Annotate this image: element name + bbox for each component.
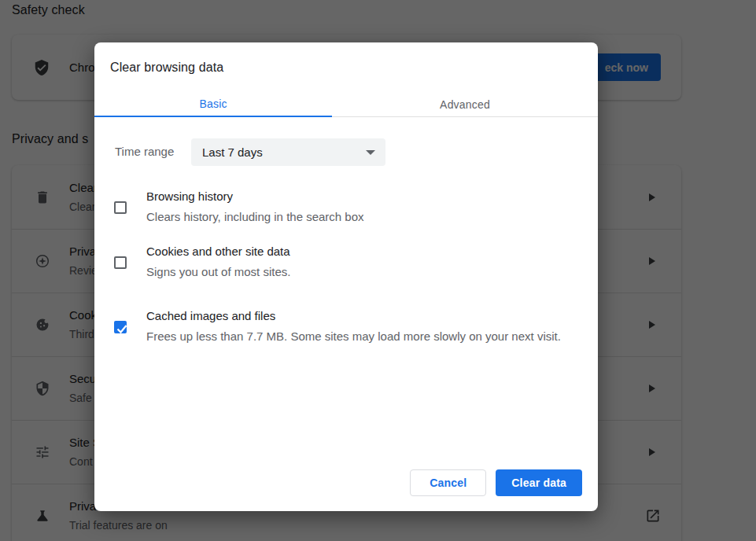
checkbox-title: Cookies and other site data [146, 244, 290, 259]
cookies-checkbox[interactable] [114, 256, 127, 269]
checkbox-title: Browsing history [146, 189, 364, 204]
browsing-history-checkbox[interactable] [114, 201, 127, 214]
checkbox-description: Signs you out of most sites. [146, 262, 290, 282]
dialog-title: Clear browsing data [110, 61, 223, 75]
cancel-button[interactable]: Cancel [410, 469, 486, 496]
tab-basic[interactable]: Basic [94, 91, 332, 117]
checkbox-row-cached-images[interactable]: Cached images and files Frees up less th… [114, 297, 576, 357]
time-range-select[interactable]: Last 7 days [191, 138, 385, 166]
dropdown-caret-icon [366, 150, 375, 155]
tab-advanced[interactable]: Advanced [332, 91, 598, 117]
time-range-label: Time range [115, 145, 174, 158]
chrome-settings-page: Safety check Chro eck now Privacy and s … [0, 0, 756, 541]
cached-images-checkbox[interactable] [114, 321, 127, 333]
dialog-buttons: Cancel Clear data [410, 469, 582, 496]
clear-browsing-data-dialog: Clear browsing data Basic Advanced Time … [94, 42, 598, 511]
checkbox-description: Clears history, including in the search … [146, 207, 364, 226]
dialog-tabs: Basic Advanced [94, 91, 598, 117]
clear-data-button[interactable]: Clear data [496, 469, 582, 496]
checkbox-description: Frees up less than 7.7 MB. Some sites ma… [146, 326, 561, 346]
checkbox-title: Cached images and files [146, 308, 561, 324]
time-range-value: Last 7 days [202, 145, 263, 159]
checkbox-row-browsing-history[interactable]: Browsing history Clears history, includi… [114, 187, 576, 228]
checkbox-row-cookies[interactable]: Cookies and other site data Signs you ou… [114, 242, 576, 283]
